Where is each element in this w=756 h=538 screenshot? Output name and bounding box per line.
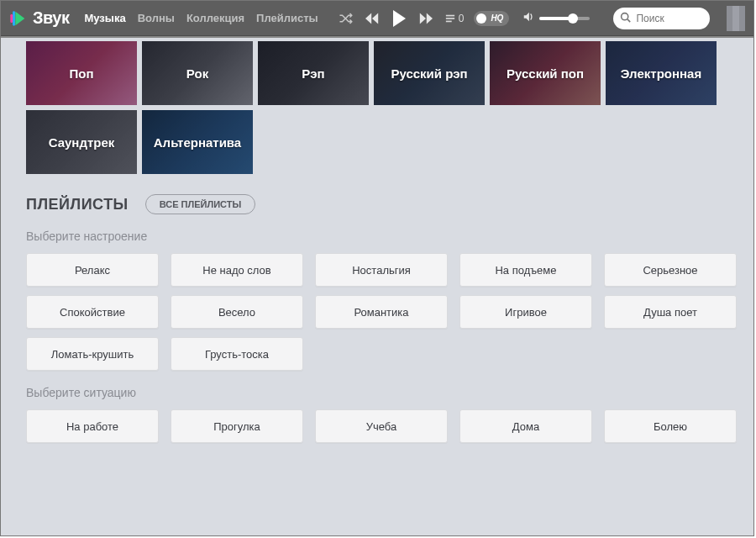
logo-icon [9, 9, 28, 28]
situation-chip-grid: На работе Прогулка Учеба Дома Болею [1, 409, 753, 443]
main-content: Поп Рок Рэп Русский рэп Русский поп Элек… [1, 38, 753, 460]
hq-toggle-knob [476, 13, 486, 24]
volume-icon [522, 11, 534, 25]
all-playlists-button[interactable]: ВСЕ ПЛЕЙЛИСТЫ [145, 194, 256, 214]
mood-label: Выберите настроение [26, 229, 728, 243]
avatar[interactable] [727, 6, 745, 31]
mood-chip[interactable]: Романтика [315, 295, 448, 329]
search-input[interactable] [636, 13, 703, 24]
situation-chip[interactable]: Учеба [315, 409, 448, 443]
genre-card-russian-rap[interactable]: Русский рэп [374, 41, 485, 105]
top-bar: Звук Музыка Волны Коллекция Плейлисты [1, 1, 753, 36]
genre-label: Рок [181, 66, 213, 81]
genre-label: Саундтрек [44, 135, 120, 150]
genre-card-electronic[interactable]: Электронная [606, 41, 717, 105]
search-box[interactable] [613, 8, 710, 29]
queue-indicator[interactable]: 0 [444, 13, 465, 24]
genre-card-rap[interactable]: Рэп [258, 41, 369, 105]
genre-card-pop[interactable]: Поп [26, 41, 137, 105]
genre-label: Электронная [616, 66, 706, 81]
mood-chip-grid: Релакс Не надо слов Ностальгия На подъем… [1, 253, 753, 371]
genre-grid: Поп Рок Рэп Русский рэп Русский поп Элек… [1, 38, 753, 174]
volume-slider[interactable] [539, 17, 590, 20]
queue-count: 0 [459, 13, 465, 24]
mood-chip[interactable]: Не надо слов [171, 253, 303, 287]
situation-chip[interactable]: На работе [26, 409, 159, 443]
section-title: ПЛЕЙЛИСТЫ [26, 196, 129, 214]
mood-chip[interactable]: На подъеме [459, 253, 592, 287]
app-window: Звук Музыка Волны Коллекция Плейлисты [0, 0, 754, 536]
genre-card-soundtrack[interactable]: Саундтрек [26, 110, 137, 174]
mood-chip[interactable]: Спокойствие [26, 295, 159, 329]
genre-card-alternative[interactable]: Альтернатива [142, 110, 253, 174]
mood-chip[interactable]: Весело [171, 295, 303, 329]
mood-chip[interactable]: Душа поет [604, 295, 737, 329]
logo[interactable]: Звук [9, 8, 69, 28]
mood-chip[interactable]: Релакс [26, 253, 159, 287]
playlists-section: ПЛЕЙЛИСТЫ ВСЕ ПЛЕЙЛИСТЫ [1, 174, 753, 214]
mood-chip[interactable]: Ностальгия [315, 253, 448, 287]
shuffle-icon[interactable] [339, 13, 354, 24]
play-icon[interactable] [391, 9, 407, 28]
situation-label: Выберите ситуацию [26, 386, 728, 399]
mood-chip[interactable]: Ломать-крушить [26, 337, 159, 371]
logo-text: Звук [33, 8, 69, 28]
search-icon [620, 12, 631, 25]
hq-toggle[interactable]: HQ [474, 11, 509, 26]
mood-chip[interactable]: Грусть-тоска [171, 337, 303, 371]
nav-collection[interactable]: Коллекция [186, 12, 244, 24]
next-icon[interactable] [417, 12, 434, 25]
genre-label: Русский поп [501, 66, 589, 81]
genre-label: Альтернатива [149, 135, 246, 150]
mood-chip[interactable]: Серьезное [604, 253, 737, 287]
situation-chip[interactable]: Прогулка [171, 409, 303, 443]
nav-waves[interactable]: Волны [138, 12, 175, 24]
volume-control[interactable] [522, 11, 590, 25]
situation-chip[interactable]: Дома [459, 409, 592, 443]
genre-label: Поп [64, 66, 98, 81]
situation-chip[interactable]: Болею [604, 409, 737, 443]
hq-label: HQ [486, 13, 507, 23]
svg-point-0 [622, 13, 628, 19]
nav-playlists[interactable]: Плейлисты [256, 12, 318, 24]
genre-label: Рэп [297, 66, 329, 81]
genre-card-rock[interactable]: Рок [142, 41, 253, 105]
previous-icon[interactable] [364, 12, 381, 25]
genre-label: Русский рэп [386, 66, 472, 81]
nav-music[interactable]: Музыка [84, 12, 125, 24]
mood-chip[interactable]: Игривое [459, 295, 592, 329]
main-nav: Музыка Волны Коллекция Плейлисты [84, 12, 318, 24]
player-controls: 0 HQ [339, 9, 591, 28]
genre-card-russian-pop[interactable]: Русский поп [490, 41, 601, 105]
